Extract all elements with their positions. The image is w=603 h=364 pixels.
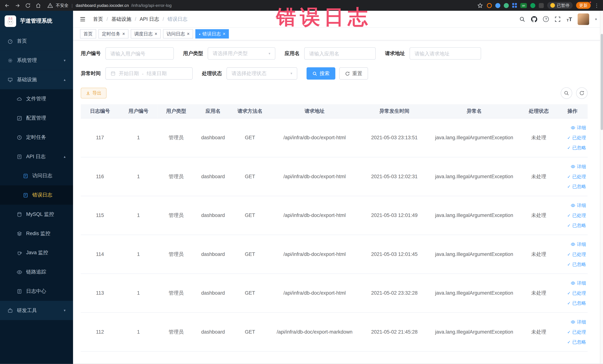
- home-icon[interactable]: [35, 2, 42, 9]
- breadcrumb-item[interactable]: 基础设施: [111, 16, 131, 23]
- sidebar-item-dev-tools[interactable]: 研发工具 ▼: [0, 301, 73, 320]
- eye-icon: [571, 242, 575, 247]
- tab-error-logs[interactable]: ● 错误日志 ×: [195, 29, 229, 39]
- process-status-select[interactable]: 请选择处理状态 ▾: [227, 67, 297, 80]
- user-id-label: 用户编号: [81, 50, 101, 57]
- breadcrumb-item[interactable]: API 日志: [140, 16, 159, 23]
- github-icon[interactable]: [531, 16, 537, 22]
- user-avatar[interactable]: [578, 13, 589, 25]
- extension-icon[interactable]: [487, 3, 492, 8]
- column-header: 日志编号: [81, 104, 119, 118]
- extension-icon[interactable]: [530, 3, 535, 8]
- scrollbar-thumb[interactable]: [601, 34, 603, 130]
- update-button[interactable]: 更新: [576, 2, 591, 9]
- url-path: /infra/log/api-error-log: [131, 3, 172, 8]
- sidebar-item-file-management[interactable]: 文件管理: [0, 89, 73, 108]
- cell-exception-time: 2021-05-03 12:02:31: [361, 157, 428, 196]
- mark-ignored-link[interactable]: ✓已忽略: [557, 337, 586, 347]
- avatar-caret-icon[interactable]: ▾: [595, 17, 597, 21]
- detail-link[interactable]: 详细: [557, 161, 586, 171]
- mark-processed-link[interactable]: ✓已处理: [557, 288, 586, 298]
- sidebar-item-scheduled-tasks[interactable]: 定时任务: [0, 128, 73, 147]
- sidebar-item-access-logs[interactable]: 访问日志: [0, 166, 73, 186]
- mark-ignored-link[interactable]: ✓已忽略: [557, 181, 586, 191]
- detail-link[interactable]: 详细: [557, 239, 586, 249]
- bookmark-star-icon[interactable]: [477, 2, 483, 9]
- sidebar-item-label: MySQL 监控: [26, 211, 54, 218]
- browser-menu-icon[interactable]: ⋮: [594, 2, 599, 8]
- mark-processed-link[interactable]: ✓已处理: [557, 249, 586, 259]
- sidebar-item-log-center[interactable]: 日志中心: [0, 282, 73, 301]
- sidebar-collapse-icon[interactable]: [79, 16, 86, 23]
- tab-home[interactable]: 首页: [80, 29, 96, 39]
- sidebar-item-home[interactable]: 首页: [0, 32, 73, 51]
- emoji-face-icon: [550, 3, 555, 8]
- user-type-select[interactable]: 请选择用户类型 ▾: [208, 47, 275, 59]
- sidebar-item-error-logs[interactable]: 错误日志: [0, 186, 73, 205]
- tab-access-logs[interactable]: 访问日志 ×: [163, 29, 193, 39]
- detail-link[interactable]: 详细: [557, 278, 586, 288]
- detail-link[interactable]: 详细: [557, 123, 586, 133]
- mark-processed-link[interactable]: ✓已处理: [557, 327, 586, 337]
- cell-user-id: 1: [119, 196, 158, 235]
- toggle-search-button[interactable]: [561, 87, 572, 99]
- mark-ignored-link[interactable]: ✓已忽略: [557, 298, 586, 308]
- extension-icon[interactable]: [539, 3, 544, 8]
- tab-scheduled-tasks[interactable]: 定时任务 ×: [98, 29, 128, 39]
- mark-processed-link[interactable]: ✓已处理: [557, 171, 586, 181]
- paused-badge[interactable]: 已暂停: [547, 2, 573, 9]
- refresh-button[interactable]: [576, 87, 588, 99]
- export-button[interactable]: 导出: [81, 88, 107, 98]
- reset-button-label: 重置: [352, 70, 362, 77]
- forward-icon[interactable]: [14, 2, 21, 9]
- date-range-picker[interactable]: 开始日期 - 结束日期: [105, 67, 193, 80]
- request-url-input[interactable]: [409, 47, 481, 59]
- detail-link[interactable]: 详细: [557, 200, 586, 210]
- sidebar-item-mysql-monitor[interactable]: MySQL 监控: [0, 205, 73, 224]
- sidebar-item-redis-monitor[interactable]: Redis 监控: [0, 224, 73, 243]
- extension-icon[interactable]: [504, 3, 509, 8]
- sidebar-item-infrastructure[interactable]: 基础设施 ▲: [0, 70, 73, 89]
- sidebar-item-java-monitor[interactable]: Java 监控: [0, 243, 73, 262]
- monitor-icon: [7, 77, 13, 82]
- sidebar-item-system-management[interactable]: 系统管理 ▼: [0, 51, 73, 70]
- range-separator: -: [142, 71, 144, 76]
- reset-button[interactable]: 重置: [339, 67, 368, 80]
- warning-icon[interactable]: [47, 2, 53, 9]
- search-icon[interactable]: [519, 16, 525, 22]
- detail-link[interactable]: 详细: [557, 317, 586, 327]
- extension-grid-icon[interactable]: [512, 3, 517, 8]
- breadcrumb-item[interactable]: 首页: [93, 16, 103, 23]
- column-header: 用户类型: [158, 104, 195, 118]
- cloud-icon: [16, 96, 22, 102]
- user-id-input[interactable]: [105, 47, 174, 59]
- close-icon[interactable]: ×: [155, 32, 157, 36]
- cell-log-id: 112: [81, 312, 119, 351]
- close-icon[interactable]: ×: [122, 32, 125, 36]
- mark-ignored-link[interactable]: ✓已忽略: [557, 220, 586, 230]
- tab-schedule-logs[interactable]: 调度日志 ×: [131, 29, 161, 39]
- close-icon[interactable]: ×: [187, 32, 190, 36]
- mark-ignored-link[interactable]: ✓已忽略: [557, 259, 586, 269]
- back-icon[interactable]: [4, 2, 10, 9]
- cell-request-url: /api/infra/db-doc/export-html: [268, 273, 361, 312]
- close-icon[interactable]: ×: [223, 32, 226, 36]
- mark-ignored-link[interactable]: ✓已忽略: [557, 143, 586, 153]
- extension-icon[interactable]: [495, 3, 500, 8]
- sidebar-item-label: 错误日志: [32, 192, 52, 199]
- sidebar-item-link-tracing[interactable]: 链路追踪: [0, 262, 73, 282]
- extension-on-icon[interactable]: on: [520, 3, 527, 8]
- search-button[interactable]: 搜索: [306, 67, 335, 80]
- address-bar[interactable]: 不安全 | dashboard.yudao.iocoder.cn/infra/l…: [47, 2, 473, 9]
- mark-processed-link[interactable]: ✓已处理: [557, 210, 586, 220]
- scrollbar[interactable]: [600, 11, 603, 364]
- fullscreen-icon[interactable]: [555, 16, 561, 22]
- sidebar-item-config-management[interactable]: 配置管理: [0, 108, 73, 128]
- mark-processed-link[interactable]: ✓已处理: [557, 133, 586, 143]
- app-logo[interactable]: 芋道管理系统: [0, 11, 73, 32]
- sidebar-item-api-logs[interactable]: API 日志 ▲: [0, 147, 73, 166]
- app-name-input[interactable]: [304, 47, 376, 59]
- font-size-icon[interactable]: TT: [567, 16, 572, 22]
- help-icon[interactable]: ?: [543, 16, 549, 22]
- reload-icon[interactable]: [25, 2, 31, 9]
